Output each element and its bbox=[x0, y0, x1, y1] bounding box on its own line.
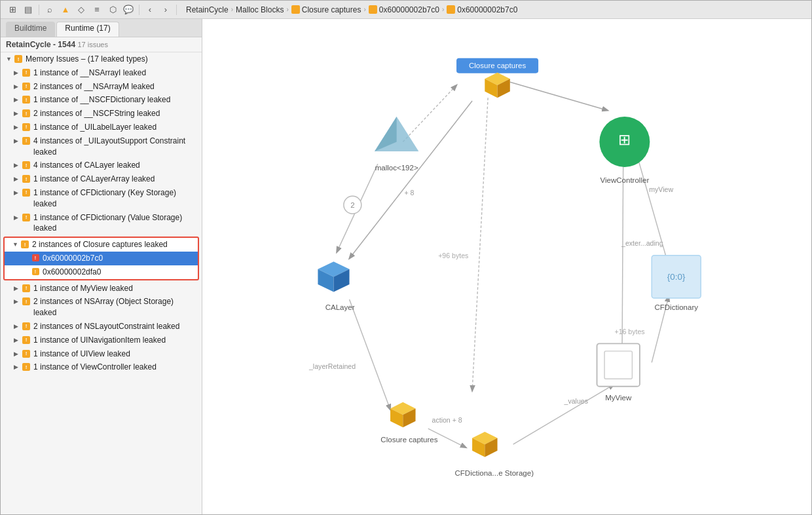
nscfstring-label: 2 instances of __NSCFString leaked bbox=[33, 108, 198, 119]
nsarraym-label: 2 instances of __NSArrayM leaked bbox=[33, 81, 198, 92]
expand-viewcontroller1: ▶ bbox=[14, 364, 19, 370]
uilayout-icon: ! bbox=[22, 136, 31, 145]
label-plus96bytes: +96 bytes bbox=[438, 252, 468, 259]
list-item-uinavitem[interactable]: ▶ ! 1 instance of UINavigationItem leake… bbox=[1, 334, 202, 347]
expand-calayer4: ▶ bbox=[14, 162, 19, 168]
node-closure-bot bbox=[390, 402, 415, 427]
graph-area[interactable]: 2 + 8 +96 bytes _exter...ading myView +1… bbox=[202, 19, 811, 514]
sidebar-toggle-icon[interactable]: ▤ bbox=[22, 3, 35, 16]
addr2-warn-icon: ! bbox=[31, 267, 40, 277]
edge-closure-cfdictstorage bbox=[472, 98, 488, 391]
cfdict-val-icon: ! bbox=[22, 213, 31, 222]
calayer4-label: 4 instances of CALayer leaked bbox=[33, 160, 198, 171]
expand-nsarraym: ▶ bbox=[14, 83, 19, 90]
expand-closure2: ▼ bbox=[12, 241, 18, 248]
calayerarray-label: 1 instance of CALayerArray leaked bbox=[33, 174, 198, 185]
label-myview: myView bbox=[649, 186, 673, 194]
memory-issues-header[interactable]: ▼ ! Memory Issues – (17 leaked types) bbox=[1, 52, 202, 66]
graph-svg: 2 + 8 +96 bytes _exter...ading myView +1… bbox=[202, 19, 811, 514]
search-icon[interactable]: ⌕ bbox=[43, 3, 56, 16]
edge-cfdictstore-myview bbox=[513, 385, 614, 444]
tab-runtime[interactable]: Runtime (17) bbox=[56, 22, 119, 37]
breadcrumb-sep-4: › bbox=[442, 6, 444, 13]
flag-icon[interactable]: ◇ bbox=[75, 3, 88, 16]
list-item-myview1[interactable]: ▶ ! 1 instance of MyView leaked bbox=[1, 282, 202, 296]
expand-myview1: ▶ bbox=[14, 285, 19, 292]
list-item-addr1[interactable]: ! 0x60000002b7c0 bbox=[5, 252, 198, 265]
nsarraym-icon: ! bbox=[22, 82, 31, 91]
tag-icon[interactable]: ⬡ bbox=[106, 3, 119, 16]
grid-icon[interactable]: ⊞ bbox=[6, 3, 19, 16]
myview1-icon: ! bbox=[22, 284, 31, 293]
sidebar-list[interactable]: ▼ ! Memory Issues – (17 leaked types) ▶ … bbox=[1, 52, 202, 514]
circle-2-label: 2 bbox=[350, 201, 354, 209]
list-item-uiview1[interactable]: ▶ ! 1 instance of UIView leaked bbox=[1, 347, 202, 361]
expand-nsarrayi: ▶ bbox=[14, 69, 19, 76]
cfdict-val-label: 1 instance of CFDictionary (Value Storag… bbox=[33, 212, 198, 235]
malloc192-label: malloc<192> bbox=[375, 164, 418, 172]
issues-label: 17 issues bbox=[77, 41, 107, 48]
list-item-addr2[interactable]: ! 0x60000002dfa0 bbox=[5, 265, 198, 279]
list-item-viewcontroller1[interactable]: ▶ ! 1 instance of ViewController leaked bbox=[1, 360, 202, 374]
list-item-nscfdict[interactable]: ▶ ! 1 instance of __NSCFDictionary leake… bbox=[1, 93, 202, 107]
closure2-label: 2 instances of Closure captures leaked bbox=[32, 239, 194, 250]
breadcrumb-addr1[interactable]: 0x60000002b7c0 bbox=[369, 5, 439, 14]
list-item-closure2[interactable]: ▼ ! 2 instances of Closure captures leak… bbox=[5, 238, 198, 252]
breadcrumb-addr2[interactable]: 0x60000002b7c0 bbox=[447, 5, 517, 14]
list-item-cfdict-val[interactable]: ▶ ! 1 instance of CFDictionary (Value St… bbox=[1, 211, 202, 236]
breadcrumb-retaincycle[interactable]: RetainCycle bbox=[186, 5, 229, 14]
expand-uinavitem: ▶ bbox=[14, 337, 19, 343]
toolbar-separator-3 bbox=[176, 5, 177, 15]
myview1-label: 1 instance of MyView leaked bbox=[33, 283, 198, 294]
calayerarray-icon: ! bbox=[22, 174, 31, 183]
nsarray-obj-label: 2 instances of NSArray (Object Storage) … bbox=[33, 296, 198, 318]
list-item-nscfstring[interactable]: ▶ ! 2 instances of __NSCFString leaked bbox=[1, 107, 202, 121]
project-title: RetainCycle - 1544 bbox=[6, 40, 75, 49]
closure-icon-1 bbox=[291, 5, 300, 14]
list-item-calayer4[interactable]: ▶ ! 4 instances of CALayer leaked bbox=[1, 159, 202, 172]
label-exterad: _exter...ading bbox=[621, 239, 663, 247]
list-item-cfdict-key[interactable]: ▶ ! 1 instance of CFDictionary (Key Stor… bbox=[1, 186, 202, 211]
breadcrumb: RetainCycle › Malloc Blocks › Closure ca… bbox=[186, 5, 517, 14]
expand-nsarray-obj: ▶ bbox=[14, 298, 19, 305]
breadcrumb-malloc-blocks[interactable]: Malloc Blocks bbox=[236, 5, 284, 14]
nsarray-obj-icon: ! bbox=[22, 297, 31, 306]
calayer4-icon: ! bbox=[22, 161, 31, 170]
cfdict-key-icon: ! bbox=[22, 188, 31, 197]
expand-uilabel: ▶ bbox=[14, 124, 19, 130]
list-icon[interactable]: ≡ bbox=[90, 3, 103, 16]
sidebar: Buildtime Runtime (17) RetainCycle - 154… bbox=[1, 19, 202, 514]
nav-back-button[interactable]: ‹ bbox=[143, 3, 157, 16]
nav-forward-button[interactable]: › bbox=[159, 3, 172, 16]
label-values: _values bbox=[564, 397, 588, 405]
main-content: Buildtime Runtime (17) RetainCycle - 154… bbox=[1, 19, 811, 514]
list-item-nsarraym[interactable]: ▶ ! 2 instances of __NSArrayM leaked bbox=[1, 80, 202, 94]
list-item-nsarray-obj[interactable]: ▶ ! 2 instances of NSArray (Object Stora… bbox=[1, 295, 202, 320]
label-layerretained: _layerRetained bbox=[308, 362, 356, 370]
edge-closure-calayer bbox=[350, 101, 473, 258]
toolbar: ⊞ ▤ ⌕ ▲ ◇ ≡ ⬡ 💬 ‹ › RetainCycle › Malloc… bbox=[1, 1, 811, 19]
tab-buildtime[interactable]: Buildtime bbox=[6, 22, 55, 37]
list-item-uilayout[interactable]: ▶ ! 4 instances of _UILayoutSupport Cons… bbox=[1, 134, 202, 159]
chat-icon[interactable]: 💬 bbox=[122, 3, 135, 16]
list-item-uilabel[interactable]: ▶ ! 1 instance of _UILabelLayer leaked bbox=[1, 121, 202, 134]
list-item-nsarrayi[interactable]: ▶ ! 1 instance of __NSArrayI leaked bbox=[1, 66, 202, 80]
list-item-nslayout2[interactable]: ▶ ! 2 instances of NSLayoutConstraint le… bbox=[1, 320, 202, 334]
list-item-calayerarray[interactable]: ▶ ! 1 instance of CALayerArray leaked bbox=[1, 172, 202, 186]
expand-arrow-memory: ▼ bbox=[6, 56, 11, 62]
myview-label: MyView bbox=[605, 394, 632, 402]
expand-uiview1: ▶ bbox=[14, 351, 19, 357]
closure2-icon: ! bbox=[20, 240, 29, 249]
breadcrumb-closure-captures[interactable]: Closure captures bbox=[291, 5, 361, 14]
edge-malloc-closure-top bbox=[403, 85, 456, 142]
nsarrayi-label: 1 instance of __NSArrayI leaked bbox=[33, 67, 198, 79]
nsarrayi-icon: ! bbox=[22, 68, 31, 77]
addr1-error-icon: ! bbox=[31, 254, 40, 263]
warning-icon[interactable]: ▲ bbox=[59, 3, 72, 16]
calayer-label: CALayer bbox=[325, 303, 355, 311]
node-cfdict-storage bbox=[472, 432, 497, 457]
cube-closure-top bbox=[485, 73, 509, 98]
cfdict-storage-label: CFDictiona...e Storage) bbox=[455, 469, 534, 477]
addr1-icon bbox=[369, 5, 377, 14]
toolbar-separator-2 bbox=[139, 5, 139, 15]
